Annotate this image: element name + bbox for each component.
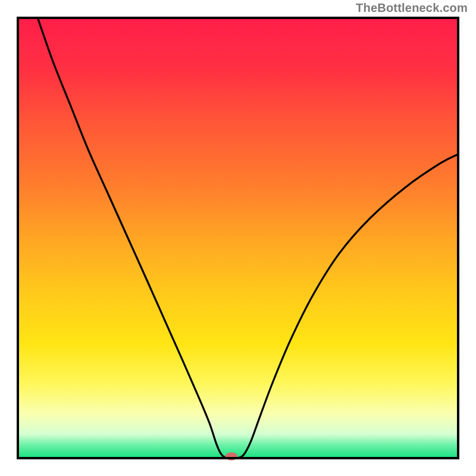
plot-background [18,18,458,458]
chart-container [0,0,476,476]
chart-svg [0,0,476,476]
watermark-text: TheBottleneck.com [356,1,468,15]
